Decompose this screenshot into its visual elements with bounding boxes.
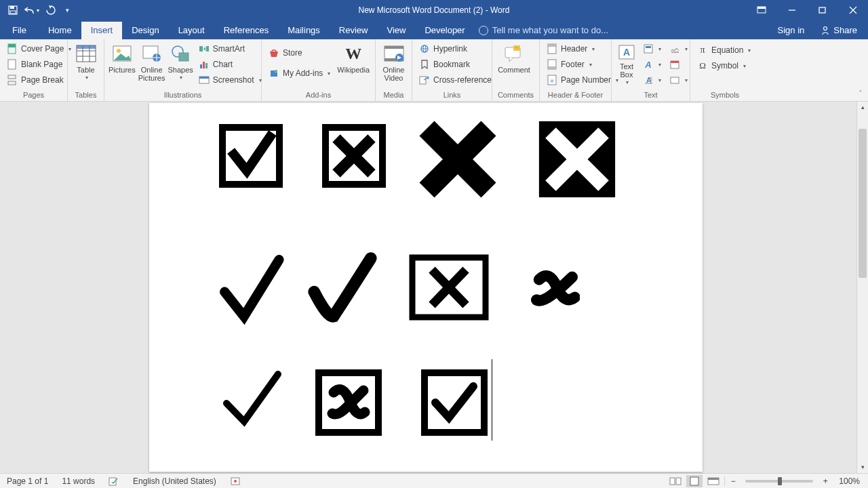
- sign-in-button[interactable]: Sign in: [771, 22, 812, 39]
- symbol-check-style2: [305, 251, 380, 325]
- symbol-icon: Ω: [697, 60, 708, 71]
- cover-page-button[interactable]: Cover Page▾: [4, 41, 74, 56]
- tab-developer[interactable]: Developer: [415, 22, 474, 39]
- lightbulb-icon: [479, 26, 488, 35]
- scroll-thumb[interactable]: [859, 129, 867, 278]
- tell-me-search[interactable]: Tell me what you want to do...: [479, 25, 608, 39]
- svg-rect-85: [708, 478, 719, 480]
- maximize-button[interactable]: [807, 0, 837, 20]
- datetime-icon: [669, 59, 680, 70]
- text-cursor: [492, 359, 492, 441]
- shapes-button[interactable]: Shapes▾: [167, 41, 193, 86]
- group-comments: + Comment Comments: [492, 39, 540, 101]
- status-macros[interactable]: [223, 474, 248, 488]
- collapse-ribbon-button[interactable]: ˆ: [856, 90, 865, 100]
- tab-design[interactable]: Design: [122, 22, 168, 39]
- blank-page-icon: [7, 59, 18, 70]
- macro-icon: [230, 476, 241, 486]
- quick-parts-button[interactable]: ▾: [640, 41, 664, 56]
- group-label-illustrations: Illustrations: [104, 91, 261, 101]
- tab-file[interactable]: File: [0, 22, 39, 39]
- group-label-comments: Comments: [492, 91, 539, 101]
- svg-rect-30: [203, 62, 205, 68]
- svg-rect-33: [199, 77, 209, 79]
- save-button[interactable]: [4, 2, 22, 18]
- tab-insert[interactable]: Insert: [81, 22, 123, 39]
- signature-line-button[interactable]: ▾: [667, 41, 690, 56]
- comment-button[interactable]: + Comment: [496, 41, 532, 86]
- screenshot-button[interactable]: Screenshot▾: [196, 73, 264, 87]
- text-box-icon: A: [616, 43, 637, 61]
- qat-customize-button[interactable]: ▾: [61, 2, 73, 18]
- shapes-icon: [170, 43, 191, 64]
- blank-page-button[interactable]: Blank Page: [4, 57, 74, 72]
- ribbon-display-button[interactable]: [746, 0, 776, 20]
- tab-view[interactable]: View: [377, 22, 415, 39]
- online-video-button[interactable]: Online Video: [380, 41, 408, 86]
- signature-icon: [669, 43, 680, 54]
- redo-button[interactable]: [42, 2, 60, 18]
- status-language[interactable]: English (United States): [126, 474, 223, 488]
- print-layout-button[interactable]: [686, 475, 703, 487]
- smartart-button[interactable]: SmartArt: [196, 41, 264, 56]
- document-page[interactable]: [149, 103, 703, 472]
- minimize-button[interactable]: [776, 0, 807, 20]
- bookmark-button[interactable]: Bookmark: [416, 57, 494, 72]
- equation-icon: π: [697, 45, 708, 56]
- undo-button[interactable]: ▾: [23, 2, 41, 18]
- pictures-icon: [111, 43, 133, 64]
- chart-button[interactable]: Chart: [196, 57, 264, 72]
- vertical-scrollbar[interactable]: ▴ ▾: [856, 102, 868, 473]
- page-break-button[interactable]: Page Break: [4, 73, 74, 87]
- status-words[interactable]: 11 words: [55, 474, 102, 488]
- svg-text:A: A: [623, 47, 630, 58]
- wordart-button[interactable]: A▾: [640, 57, 664, 72]
- tab-references[interactable]: References: [214, 22, 278, 39]
- object-button[interactable]: ▾: [667, 73, 690, 87]
- window-controls: [746, 0, 868, 20]
- svg-rect-27: [199, 46, 203, 52]
- store-button[interactable]: Store: [266, 45, 333, 60]
- footer-button[interactable]: Footer▾: [544, 57, 621, 72]
- tab-home[interactable]: Home: [39, 22, 81, 39]
- header-button[interactable]: Header▾: [544, 41, 621, 56]
- tab-mailings[interactable]: Mailings: [278, 22, 330, 39]
- table-button[interactable]: Table▾: [72, 41, 100, 86]
- online-pictures-button[interactable]: Online Pictures: [138, 41, 165, 86]
- drop-cap-button[interactable]: A▾: [640, 73, 664, 87]
- cross-reference-button[interactable]: Cross-reference: [416, 73, 494, 87]
- status-proofing[interactable]: [102, 474, 126, 488]
- symbol-boxed-x-thin: [408, 253, 490, 321]
- date-time-button[interactable]: [667, 57, 690, 72]
- scroll-up-button[interactable]: ▴: [857, 102, 868, 113]
- group-symbols: πEquation ▾ ΩSymbol▾ Symbols: [690, 39, 760, 101]
- proofing-icon: [108, 476, 119, 486]
- tab-layout[interactable]: Layout: [169, 22, 214, 39]
- page-number-button[interactable]: #Page Number▾: [544, 73, 621, 87]
- zoom-out-button[interactable]: −: [728, 476, 738, 486]
- bookmark-icon: [419, 59, 430, 70]
- zoom-level[interactable]: 100%: [833, 476, 863, 486]
- pictures-button[interactable]: Pictures: [108, 41, 136, 86]
- read-mode-button[interactable]: [667, 475, 684, 487]
- text-box-button[interactable]: A Text Box▾: [616, 41, 637, 86]
- scroll-down-button[interactable]: ▾: [857, 462, 868, 473]
- close-button[interactable]: [837, 0, 868, 20]
- web-layout-button[interactable]: [705, 475, 722, 487]
- group-label-media: Media: [376, 91, 412, 101]
- tab-review[interactable]: Review: [330, 22, 378, 39]
- group-label-tables: Tables: [68, 91, 104, 101]
- svg-rect-49: [548, 66, 556, 69]
- zoom-in-button[interactable]: +: [820, 476, 831, 486]
- status-page[interactable]: Page 1 of 1: [0, 474, 55, 488]
- symbol-script-x: [529, 264, 580, 315]
- equation-button[interactable]: πEquation ▾: [694, 43, 753, 58]
- share-button[interactable]: Share: [814, 22, 864, 39]
- zoom-slider[interactable]: [745, 480, 813, 483]
- my-addins-button[interactable]: My Add-ins ▾: [266, 66, 333, 81]
- svg-rect-82: [676, 478, 681, 485]
- hyperlink-button[interactable]: Hyperlink: [416, 41, 494, 56]
- wikipedia-icon: W: [342, 43, 364, 64]
- symbol-button[interactable]: ΩSymbol▾: [694, 58, 753, 73]
- wikipedia-button[interactable]: W Wikipedia: [336, 41, 371, 86]
